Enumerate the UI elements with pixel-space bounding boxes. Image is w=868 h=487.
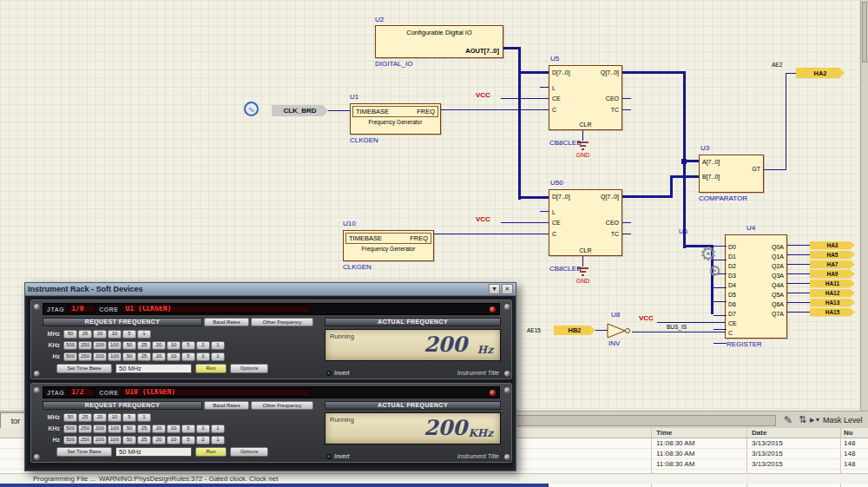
frequency-button[interactable]: 100 [108,424,122,433]
frequency-button[interactable]: 5 [181,436,195,444]
frequency-button[interactable]: 20 [152,341,166,350]
invert-label[interactable]: Invert [334,453,350,459]
port-ha-output[interactable]: HA12 [810,289,855,298]
frequency-button[interactable]: 250 [78,424,92,433]
vertical-scrollbar[interactable] [860,0,868,411]
column-header-no[interactable]: No [844,429,853,437]
u2-block[interactable]: Configurable Digital IO AOUT[7..0] [375,25,503,58]
frequency-button[interactable]: 25 [78,413,92,422]
frequency-button[interactable]: 10 [108,413,122,422]
frequency-button[interactable]: 5 [122,413,136,422]
frequency-button[interactable]: 20 [152,436,166,444]
frequency-button[interactable]: 25 [137,436,151,444]
frequency-button[interactable]: 1 [211,352,225,361]
edit-pencil-icon[interactable]: ✎ [784,414,792,426]
frequency-button[interactable]: 10 [167,424,181,433]
set-time-base-button[interactable]: Set Time Base [56,447,112,457]
frequency-button[interactable]: 25 [137,352,151,361]
mask-level-button[interactable]: Mask Level [823,416,863,424]
inverter-gate-icon[interactable] [606,323,634,339]
frequency-button[interactable]: 50 [122,424,136,433]
instrument-rack-window[interactable]: Instrument Rack - Soft Devices ▼ ✕ JTAG … [24,282,516,471]
frequency-button[interactable]: 1 [211,341,225,350]
frequency-button[interactable]: 100 [108,436,122,444]
frequency-button[interactable]: 100 [108,352,122,361]
frequency-button[interactable]: 20 [152,424,166,433]
sort-icon[interactable]: ⇅ [799,414,806,425]
u10-block[interactable]: TIMEBASE FREQ Frequency Generator [343,230,434,261]
u5-block[interactable]: D[7..0] L CE C Q[7..0] CEO TC CLR [549,65,622,130]
frequency-button[interactable]: 5 [122,330,136,339]
port-ha-output[interactable]: HA3 [810,241,855,250]
frequency-button[interactable]: 500 [63,352,77,361]
port-ha-output[interactable]: HA13 [810,299,855,307]
frequency-button[interactable]: 25 [137,424,151,433]
frequency-button[interactable]: 20 [152,352,166,361]
frequency-button[interactable]: 200 [93,341,107,350]
frequency-button[interactable]: 100 [108,341,122,350]
port-ha2[interactable]: HA2 [796,68,845,78]
frequency-button[interactable]: 25 [78,330,92,339]
frequency-button[interactable]: 20 [93,413,107,422]
frequency-button[interactable]: 25 [137,341,151,350]
port-ha-output[interactable]: HA5 [810,251,855,260]
run-button[interactable]: Run [195,364,227,373]
port-hb2[interactable]: HB2 [554,326,595,335]
frequency-button[interactable]: 250 [78,341,92,350]
frequency-button[interactable]: 250 [78,352,92,361]
frequency-button[interactable]: 10 [167,436,181,444]
frequency-button[interactable]: 10 [108,330,122,339]
frequency-button[interactable]: 5 [181,341,195,350]
frequency-button[interactable]: 1 [137,330,151,339]
frequency-button[interactable]: 200 [93,424,107,433]
frequency-button[interactable]: 2 [196,352,210,361]
filter-arrows-icon[interactable]: ▶▼ [810,417,820,424]
port-ha-output[interactable]: HA9 [810,270,855,279]
port-ha-output[interactable]: HA11 [810,280,855,288]
other-frequency-button[interactable]: Other Frequency [251,318,313,326]
frequency-button[interactable]: 500 [63,436,77,444]
frequency-button[interactable]: 1 [137,413,151,422]
port-clk-brd[interactable]: CLK_BRD [272,105,328,116]
column-header-time[interactable]: Time [656,429,673,437]
baud-rates-button[interactable]: Baud Rates [204,318,249,326]
scrollbar-thumb[interactable] [862,2,867,63]
u4-block[interactable]: D0D1D2D3D4D5D6D7CEC Q0AQ1AQ2AQ3AQ4AQ5AQ6… [725,234,787,339]
port-ha-output[interactable]: HA15 [810,308,855,317]
frequency-button[interactable]: 200 [93,436,107,444]
column-header-date[interactable]: Date [752,429,766,437]
frequency-button[interactable]: 2 [196,341,210,350]
frequency-button[interactable]: 50 [122,352,136,361]
invert-label[interactable]: Invert [334,370,350,376]
frequency-button[interactable]: 5 [181,424,195,433]
frequency-button[interactable]: 500 [63,424,77,433]
frequency-button[interactable]: 250 [78,436,92,444]
u50-block[interactable]: D[7..0] L CE C Q[7..0] CEO TC CLR [549,189,622,256]
frequency-button[interactable]: 50 [63,330,77,339]
frequency-button[interactable]: 10 [167,352,181,361]
frequency-button[interactable]: 2 [196,436,210,444]
options-button[interactable]: Options [230,364,268,373]
u3-block[interactable]: A[7..0] B[7..0] GT [699,155,764,193]
options-button[interactable]: Options [230,447,268,457]
u1-block[interactable]: TIMEBASE FREQ Frequency Generator [350,103,441,135]
window-titlebar[interactable]: Instrument Rack - Soft Devices ▼ ✕ [25,283,516,296]
frequency-button[interactable]: 1 [211,436,225,444]
frequency-button[interactable]: 200 [93,352,107,361]
baud-rates-button[interactable]: Baud Rates [204,401,249,410]
frequency-button[interactable]: 50 [63,413,77,422]
frequency-button[interactable]: 10 [167,341,181,350]
collapse-button[interactable]: ▼ [489,284,500,294]
frequency-button[interactable]: 5 [181,352,195,361]
close-button[interactable]: ✕ [502,284,513,294]
frequency-button[interactable]: 20 [93,330,107,339]
set-time-base-button[interactable]: Set Time Base [56,364,112,373]
port-ha-output[interactable]: HA7 [810,260,855,269]
frequency-button[interactable]: 50 [122,436,136,444]
frequency-button[interactable]: 2 [196,424,210,433]
frequency-button[interactable]: 500 [63,341,77,350]
frequency-button[interactable]: 1 [211,424,225,433]
run-button[interactable]: Run [195,447,227,457]
frequency-button[interactable]: 50 [122,341,136,350]
other-frequency-button[interactable]: Other Frequency [251,401,313,410]
